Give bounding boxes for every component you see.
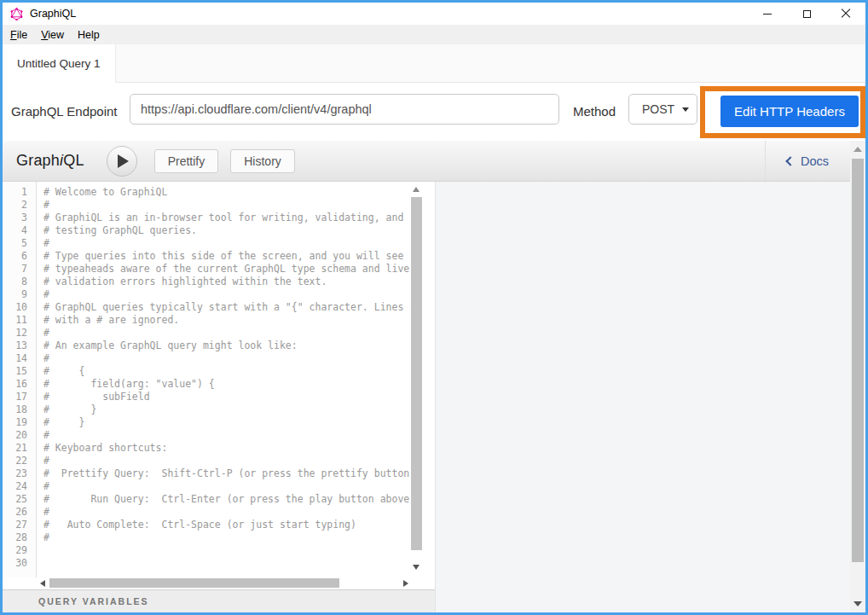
code-line: # [43, 352, 410, 365]
menu-view[interactable]: View [34, 27, 71, 43]
app-scrollbar-thumb[interactable] [852, 159, 864, 562]
code-line: # [43, 480, 410, 493]
endpoint-label: GraphQL Endpoint [11, 104, 118, 119]
line-number: 12 [3, 327, 27, 339]
history-button[interactable]: History [230, 149, 295, 173]
tab-strip: Untitled Query 1 [3, 44, 865, 83]
code-line: # with a # are ignored. [43, 314, 410, 327]
line-number: 26 [3, 506, 27, 519]
line-number: 9 [3, 288, 27, 301]
editor-panes: 1234567891011121314151617181920212223242… [3, 182, 850, 612]
query-variables-title: QUERY VARIABLES [38, 596, 149, 606]
code-line: # testing GraphQL queries. [43, 224, 410, 237]
window-controls [748, 3, 865, 25]
line-number: 18 [3, 403, 27, 416]
line-number: 20 [3, 429, 27, 442]
line-number: 2 [3, 199, 27, 212]
query-editor[interactable]: 1234567891011121314151617181920212223242… [3, 182, 435, 577]
line-number: 4 [3, 224, 27, 237]
editor-horizontal-scrollbar[interactable] [38, 577, 410, 589]
line-number: 11 [3, 314, 27, 327]
execute-query-button[interactable] [107, 146, 137, 177]
caret-down-icon [682, 107, 689, 112]
horizontal-scrollbar-thumb[interactable] [49, 578, 339, 588]
tab-untitled-query-1[interactable]: Untitled Query 1 [3, 44, 116, 83]
scroll-up-arrow-icon[interactable] [413, 187, 420, 192]
method-label: Method [573, 104, 616, 119]
line-number: 3 [3, 212, 27, 224]
code-line: # An example GraphQL query might look li… [43, 339, 410, 352]
line-number: 8 [3, 276, 27, 288]
code-line: # GraphiQL is an in-browser tool for wri… [43, 212, 410, 224]
line-number: 10 [3, 301, 27, 314]
close-button[interactable] [826, 3, 865, 25]
code-line: # validation errors highlighted within t… [43, 276, 410, 288]
edit-http-headers-button[interactable]: Edit HTTP Headers [720, 96, 859, 127]
endpoint-input[interactable] [130, 94, 559, 125]
line-number: 19 [3, 416, 27, 429]
code-line: # [43, 429, 410, 442]
code-line: # } [43, 403, 410, 416]
scroll-right-arrow-icon[interactable] [403, 580, 408, 587]
line-number: 29 [3, 544, 27, 557]
line-number: 14 [3, 352, 27, 365]
graphiql-logo: GraphiQL [16, 152, 84, 170]
docs-toggle[interactable]: Docs [765, 141, 850, 181]
line-number: 7 [3, 263, 27, 276]
code-line: # Type queries into this side of the scr… [43, 250, 410, 263]
code-line: # Keyboard shortcuts: [43, 442, 410, 455]
line-number: 23 [3, 467, 27, 480]
line-number: 24 [3, 480, 27, 493]
menu-bar: File View Help [3, 25, 865, 44]
line-number: 30 [3, 557, 27, 570]
line-number: 13 [3, 339, 27, 352]
query-pane: 1234567891011121314151617181920212223242… [3, 182, 435, 612]
line-number: 28 [3, 531, 27, 544]
editor-vertical-scrollbar[interactable] [410, 182, 423, 577]
line-number: 16 [3, 378, 27, 391]
maximize-button[interactable] [787, 3, 826, 25]
code-line: # Welcome to GraphiQL [43, 186, 410, 199]
code-line: # subField [43, 391, 410, 403]
code-line: # typeaheads aware of the current GraphQ… [43, 263, 410, 276]
scroll-down-arrow-icon[interactable] [854, 601, 862, 606]
logo-text: Graph [16, 152, 60, 169]
scroll-down-arrow-icon[interactable] [413, 565, 420, 570]
minimize-button[interactable] [748, 3, 787, 25]
query-variables-bar[interactable]: QUERY VARIABLES [3, 589, 435, 612]
code-line [43, 557, 410, 570]
app-window: GraphiQL File View Help Untitled Query 1… [0, 0, 868, 615]
scroll-up-arrow-icon[interactable] [854, 147, 862, 152]
line-number: 22 [3, 455, 27, 467]
line-number: 15 [3, 365, 27, 378]
chevron-left-icon [785, 156, 795, 165]
code-line: # [43, 237, 410, 250]
result-pane [435, 182, 850, 612]
graphiql-component: GraphiQL Prettify History Docs 123456789… [3, 141, 865, 612]
menu-file[interactable]: File [3, 27, 34, 43]
prettify-button[interactable]: Prettify [154, 149, 219, 173]
line-number: 27 [3, 519, 27, 531]
logo-text: QL [63, 152, 84, 169]
request-bar: GraphQL Endpoint Method POST Edit HTTP H… [3, 83, 865, 141]
scroll-left-arrow-icon[interactable] [40, 580, 45, 587]
title-bar: GraphiQL [3, 3, 865, 25]
code-line: # [43, 506, 410, 519]
line-number: 17 [3, 391, 27, 403]
line-number: 6 [3, 250, 27, 263]
close-icon [841, 9, 851, 19]
code-line: # [43, 455, 410, 467]
line-number: 25 [3, 493, 27, 506]
app-vertical-scrollbar[interactable] [850, 141, 865, 612]
code-line: # { [43, 365, 410, 378]
code-line: # field(arg: "value") { [43, 378, 410, 391]
graphql-logo-icon [10, 8, 23, 20]
minimize-icon [763, 14, 772, 15]
menu-help[interactable]: Help [71, 27, 107, 43]
line-number-gutter: 1234567891011121314151617181920212223242… [3, 182, 37, 577]
code-line: # [43, 531, 410, 544]
code-line [43, 544, 410, 557]
play-icon [118, 154, 129, 168]
vertical-scrollbar-thumb[interactable] [411, 197, 422, 550]
method-select[interactable]: POST [628, 94, 697, 125]
